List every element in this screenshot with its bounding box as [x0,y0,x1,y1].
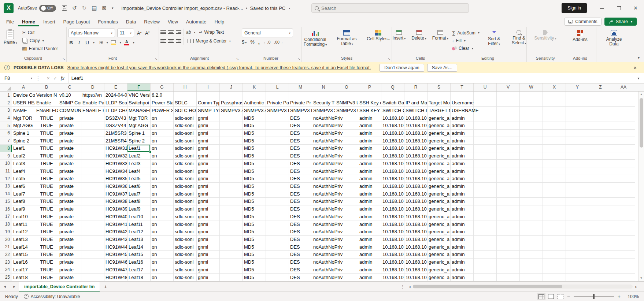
cell-E24[interactable]: HC91W47 [104,266,127,274]
cell-G19[interactable]: on [151,228,174,236]
cell-M25[interactable]: DES [289,274,312,281]
cell-L16[interactable] [266,205,289,213]
column-header-N[interactable]: N [312,83,335,91]
cell-E2[interactable]: LLDP Sear [104,99,127,107]
cell-Q22[interactable]: 10.168.10. [381,251,404,259]
zoom-in-button[interactable]: + [618,294,621,300]
cell-D20[interactable] [81,236,104,244]
cell-Q16[interactable]: 10.168.10. [381,205,404,213]
cell-K24[interactable]: MD5 [243,266,266,274]
cell-P11[interactable]: admin [358,167,381,175]
addins-button[interactable]: Add-ins [570,29,590,44]
column-header-D[interactable]: D [81,83,104,91]
cell-I13[interactable]: gnmi [197,183,220,190]
cell-V9[interactable] [497,152,520,160]
cell-P7[interactable]: admin [358,137,381,145]
row-header-12[interactable]: 12 [0,175,12,183]
cell-T15[interactable]: admin [451,198,474,205]
cell-P14[interactable]: admin [358,190,381,198]
cell-G18[interactable]: on [151,220,174,228]
cell-Z6[interactable] [589,130,612,137]
cell-N21[interactable]: noAuthNoPriv [312,243,335,251]
cell-E1[interactable]: 2024-04-0 [104,92,127,99]
cell-D6[interactable] [81,130,104,137]
cell-U19[interactable] [474,228,497,236]
cell-D24[interactable] [81,266,104,274]
chevron-down-icon[interactable]: ▾ [289,7,290,10]
cell-AA11[interactable] [612,167,635,175]
cell-Z18[interactable] [589,220,612,228]
cell-D9[interactable] [81,152,104,160]
cell-G16[interactable]: on [151,205,174,213]
cell-P20[interactable]: admin [358,236,381,244]
conditional-formatting-button[interactable]: Conditional Formatting▾ [300,29,330,49]
cell-I10[interactable]: gnmi [197,160,220,167]
cell-H23[interactable]: sdlc-soni [174,259,197,266]
row-header-4[interactable]: 4 [0,114,12,122]
font-size-combo[interactable]: 11▾ [117,29,134,37]
cell-B18[interactable]: TRUE [35,220,58,228]
cell-Q11[interactable]: 10.168.10. [381,167,404,175]
cell-K4[interactable]: MD5 [243,114,266,122]
cell-AA5[interactable] [612,122,635,130]
cell-D15[interactable] [81,198,104,205]
cell-X10[interactable] [543,160,566,167]
cell-K5[interactable]: MD5 [243,122,266,130]
name-box-input[interactable] [4,75,30,81]
cell-H21[interactable]: sdlc-soni [174,243,197,251]
cell-W19[interactable] [520,228,543,236]
zoom-out-button[interactable]: − [567,294,570,300]
cell-Z1[interactable] [589,92,612,99]
cell-Z2[interactable] [589,99,612,107]
cell-T25[interactable]: admin [451,274,474,281]
cell-AA19[interactable] [612,228,635,236]
cell-C16[interactable]: private [58,205,81,213]
cell-W21[interactable] [520,243,543,251]
cell-F23[interactable]: Leaf16 [127,259,151,266]
cell-X24[interactable] [543,266,566,274]
cell-G17[interactable]: on [151,213,174,221]
row-header-3[interactable]: 3 [0,107,12,114]
cell-F10[interactable]: Leaf3 [127,160,151,167]
cell-U22[interactable] [474,251,497,259]
cell-N14[interactable]: noAuthNoPriv [312,190,335,198]
cell-X13[interactable] [543,183,566,190]
cell-Q24[interactable]: 10.168.10. [381,266,404,274]
cell-I8[interactable]: gnmi [197,145,220,152]
cell-P1[interactable] [358,92,381,99]
cell-X16[interactable] [543,205,566,213]
cell-Q10[interactable]: 10.168.10. [381,160,404,167]
cell-Z5[interactable] [589,122,612,130]
cell-A5[interactable]: Mgt AGG [12,122,35,130]
cell-P21[interactable]: admin [358,243,381,251]
cell-S19[interactable]: generic_a [428,228,451,236]
cell-S1[interactable] [428,92,451,99]
zoom-slider-thumb[interactable] [593,294,595,299]
cell-Y24[interactable] [566,266,589,274]
cell-K17[interactable]: MD5 [243,213,266,221]
cell-K11[interactable]: MD5 [243,167,266,175]
row-header-14[interactable]: 14 [0,190,12,198]
column-header-W[interactable]: W [520,83,543,91]
sensitivity-button[interactable]: Sensitivity▾ [532,29,558,42]
cell-M3[interactable]: SNMPV3 P [289,107,312,114]
cell-L17[interactable] [266,213,289,221]
cell-A23[interactable]: Leaf16 [12,259,35,266]
cell-T23[interactable]: admin [451,259,474,266]
scroll-left-icon[interactable]: ◂ [408,285,412,289]
cell-J1[interactable] [220,92,243,99]
cell-E6[interactable]: 21M5SR3 [104,130,127,137]
cell-G12[interactable]: on [151,175,174,183]
cell-V16[interactable] [497,205,520,213]
cell-I22[interactable]: gnmi [197,251,220,259]
cell-H16[interactable]: sdlc-soni [174,205,197,213]
cell-L15[interactable] [266,198,289,205]
page-break-view-icon[interactable] [558,294,563,299]
cell-Z11[interactable] [589,167,612,175]
cell-D21[interactable] [81,243,104,251]
cell-Z24[interactable] [589,266,612,274]
cell-G1[interactable]: 6.2.0 [151,92,174,99]
dont-show-again-button[interactable]: Don't show again [380,64,424,72]
cell-Z25[interactable] [589,274,612,281]
cell-I4[interactable]: gnmi [197,114,220,122]
